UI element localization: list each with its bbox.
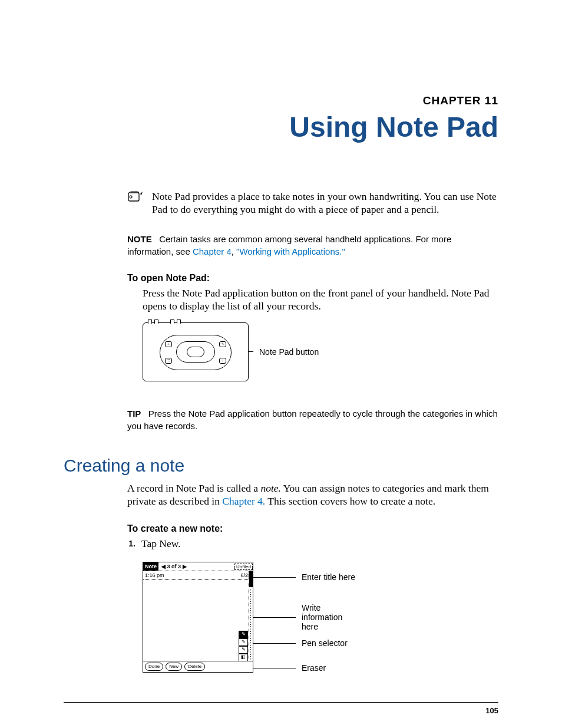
intro-text: Note Pad provides a place to take notes …: [152, 190, 498, 216]
step-1: 1. Tap New.: [127, 538, 498, 550]
pen-icon: ✎: [239, 631, 248, 638]
tip-label: TIP: [127, 409, 141, 419]
intro-block: Note Pad provides a place to take notes …: [64, 190, 498, 216]
scrollbar: [249, 571, 253, 661]
step-number: 1.: [127, 538, 135, 550]
svg-rect-0: [128, 193, 139, 201]
step-text: Tap New.: [141, 538, 181, 550]
procedure-create-heading: To create a new note:: [127, 523, 498, 534]
notepad-icon: [127, 190, 144, 216]
note-label: NOTE: [127, 234, 152, 244]
chapter-title: Using Note Pad: [64, 111, 498, 143]
pen-icon: ✎: [239, 638, 248, 646]
record-navigator: ◀ 3 of 3 ▶: [158, 564, 190, 569]
pen-tools: ✎ ✎ ✎ ◧: [239, 631, 248, 661]
section-heading-creating-note: Creating a note: [64, 456, 498, 476]
page-number: 105: [64, 702, 498, 715]
pen-icon: ✎: [239, 646, 248, 654]
category-selector: Unfiled: [234, 564, 253, 570]
device-front-panel: ⌂ ✎ ☳ ♪: [143, 322, 249, 381]
figure-callout-notepad-button: Note Pad button: [259, 347, 319, 357]
app-button: ♪: [219, 358, 226, 364]
app-button: ☳: [165, 358, 172, 364]
note-block: NOTE Certain tasks are common among seve…: [127, 233, 498, 258]
document-page: CHAPTER 11 Using Note Pad Note Pad provi…: [0, 0, 562, 728]
delete-button: Delete: [184, 663, 205, 671]
done-button: Done: [145, 663, 163, 671]
notepad-button: ✎: [219, 341, 226, 347]
new-button: New: [166, 663, 182, 671]
link-chapter-4[interactable]: Chapter 4: [193, 246, 232, 256]
tip-block: TIP Press the Note Pad application butto…: [127, 407, 498, 432]
figure-notepad-screen: Note ◀ 3 of 3 ▶ Unfiled 1:16 pm 6/29 ✎ ✎…: [143, 562, 498, 673]
callout-pen-selector: Pen selector: [302, 638, 348, 648]
note-time: 1:16 pm: [145, 572, 164, 578]
notepad-app-screen: Note ◀ 3 of 3 ▶ Unfiled 1:16 pm 6/29 ✎ ✎…: [143, 562, 253, 673]
callout-enter-title: Enter title here: [302, 572, 355, 582]
figure-callouts: Enter title here Write information here …: [253, 562, 498, 671]
figure-device-buttons: ⌂ ✎ ☳ ♪ Note Pad button: [143, 322, 498, 381]
link-working-with-applications[interactable]: "Working with Applications.": [236, 246, 345, 256]
app-title-tab: Note: [143, 562, 158, 571]
tip-text: Press the Note Pad application button re…: [127, 409, 498, 431]
section-body: A record in Note Pad is called a note. Y…: [127, 482, 498, 509]
procedure-open-heading: To open Note Pad:: [127, 273, 498, 284]
callout-eraser: Eraser: [302, 663, 326, 673]
app-button: ⌂: [165, 341, 172, 347]
callout-write-area: Write information here: [302, 603, 355, 631]
link-chapter-4-inline[interactable]: Chapter 4.: [222, 495, 265, 507]
chapter-label: CHAPTER 11: [64, 94, 498, 107]
open-body: Press the Note Pad application button on…: [143, 287, 498, 313]
